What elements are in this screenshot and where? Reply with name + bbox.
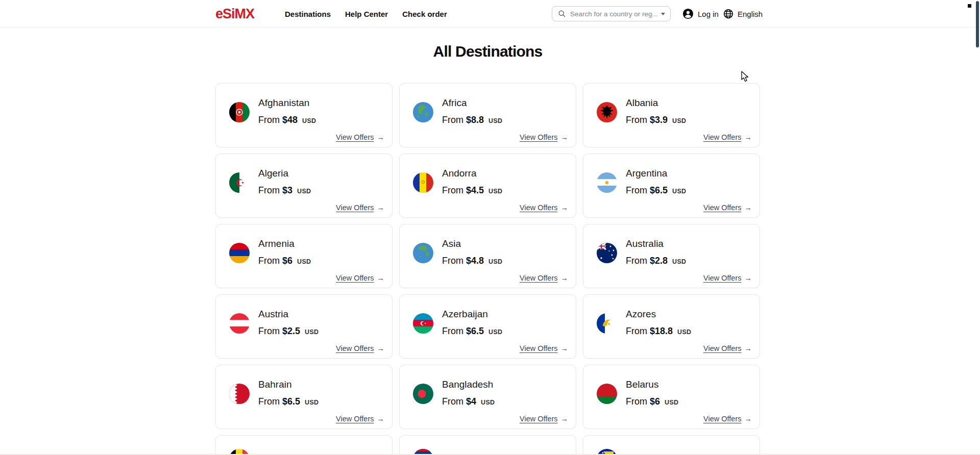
view-offers-label: View Offers <box>520 274 557 282</box>
view-offers-link[interactable]: View Offers → <box>520 204 568 212</box>
price-amount: $6 <box>282 256 292 266</box>
language-selector[interactable]: English <box>723 0 763 28</box>
globe-icon <box>723 9 733 19</box>
price-amount: $6 <box>650 396 660 407</box>
destination-card[interactable]: Belize <box>399 435 576 455</box>
country-price: From $48 USD <box>258 114 316 127</box>
country-flag-icon <box>597 384 617 404</box>
search-icon <box>558 10 566 18</box>
card-text: Asia From $4.8 USD <box>442 238 502 268</box>
nav-check-order[interactable]: Check order <box>402 10 447 18</box>
view-offers-label: View Offers <box>336 274 374 282</box>
mouse-cursor <box>741 71 750 82</box>
view-offers-label: View Offers <box>703 274 741 282</box>
destination-card[interactable]: Afghanistan From $48 USD View Offers → <box>215 83 393 147</box>
view-offers-link[interactable]: View Offers → <box>520 344 568 352</box>
country-name: Asia <box>442 238 502 250</box>
country-search-combobox[interactable] <box>552 6 671 21</box>
country-price: From $6.5 USD <box>626 184 686 197</box>
destination-card[interactable]: Algeria From $3 USD View Offers → <box>215 154 393 218</box>
view-offers-link[interactable]: View Offers → <box>336 415 384 423</box>
search-input[interactable] <box>570 10 658 18</box>
destination-card[interactable]: Argentina From $6.5 USD View Offers → <box>583 154 760 218</box>
arrow-right-icon: → <box>745 133 752 141</box>
price-from-label: From <box>626 396 647 407</box>
destination-card[interactable]: Belgium <box>215 435 393 455</box>
view-offers-link[interactable]: View Offers → <box>703 344 752 352</box>
price-amount: $3.9 <box>650 115 668 125</box>
country-price: From $2.5 USD <box>258 325 318 338</box>
country-flag-icon <box>597 313 617 334</box>
destination-card[interactable]: Azores From $18.8 USD View Offers → <box>583 294 760 359</box>
price-amount: $4 <box>466 396 476 407</box>
scrollbar-thumb[interactable] <box>976 1 979 47</box>
destination-card[interactable]: Austria From $2.5 USD View Offers → <box>215 294 393 359</box>
view-offers-link[interactable]: View Offers → <box>703 274 752 282</box>
country-name: Algeria <box>258 167 311 180</box>
view-offers-link[interactable]: View Offers → <box>336 204 384 212</box>
nav-help-center[interactable]: Help Center <box>345 10 388 18</box>
destination-card[interactable]: Azerbaijan From $6.5 USD View Offers → <box>399 294 576 359</box>
login-button[interactable]: Log in <box>682 0 719 28</box>
card-main: Bangladesh From $4 USD <box>413 378 564 409</box>
card-main: Algeria From $3 USD <box>229 167 380 197</box>
card-main: Argentina From $6.5 USD <box>597 167 747 197</box>
country-flag-icon <box>413 243 433 263</box>
view-offers-link[interactable]: View Offers → <box>703 204 752 212</box>
view-offers-link[interactable]: View Offers → <box>703 133 752 141</box>
card-main: Azerbaijan From $6.5 USD <box>413 308 564 338</box>
destination-card[interactable]: Asia From $4.8 USD View Offers → <box>399 224 576 288</box>
price-from-label: From <box>626 185 647 195</box>
view-offers-link[interactable]: View Offers → <box>703 415 752 423</box>
destination-card[interactable]: Andorra From $4.5 USD View Offers → <box>399 154 576 218</box>
price-amount: $6.5 <box>282 396 300 407</box>
country-name: Azores <box>626 308 691 320</box>
price-currency: USD <box>481 399 495 406</box>
price-from-label: From <box>626 115 647 125</box>
card-text: Bahrain From $6.5 USD <box>258 378 318 409</box>
view-offers-label: View Offers <box>520 133 557 141</box>
destinations-grid: Afghanistan From $48 USD View Offers → A… <box>215 83 760 455</box>
chevron-down-icon[interactable] <box>661 13 665 15</box>
country-price: From $6 USD <box>626 395 678 409</box>
price-currency: USD <box>672 258 686 265</box>
nav-destinations[interactable]: Destinations <box>285 10 331 18</box>
arrow-right-icon: → <box>561 204 569 212</box>
price-currency: USD <box>302 117 316 124</box>
view-offers-link[interactable]: View Offers → <box>336 133 384 141</box>
arrow-right-icon: → <box>561 274 569 282</box>
card-main: Austria From $2.5 USD <box>229 308 380 338</box>
arrow-right-icon: → <box>745 344 752 352</box>
card-main: Africa From $8.8 USD <box>413 97 564 127</box>
country-name: Bangladesh <box>442 378 495 391</box>
country-name: Bahrain <box>258 378 318 391</box>
country-flag-icon <box>229 172 250 193</box>
destination-card[interactable]: Armenia From $6 USD View Offers → <box>215 224 393 288</box>
destination-card[interactable]: Bangladesh From $4 USD View Offers → <box>399 365 576 429</box>
card-main: Afghanistan From $48 USD <box>229 97 380 127</box>
view-offers-link[interactable]: View Offers → <box>520 274 568 282</box>
arrow-right-icon: → <box>745 204 752 212</box>
country-price: From $4.5 USD <box>442 184 502 197</box>
country-flag-icon <box>597 102 617 122</box>
price-from-label: From <box>258 326 280 336</box>
destination-card[interactable]: Albania From $3.9 USD View Offers → <box>583 83 760 147</box>
view-offers-link[interactable]: View Offers → <box>336 344 384 352</box>
view-offers-link[interactable]: View Offers → <box>520 415 568 423</box>
destination-card[interactable]: Australia From $2.8 USD View Offers → <box>583 224 760 288</box>
destination-card[interactable]: Bosnia and Herzegovina <box>583 435 760 455</box>
price-from-label: From <box>442 256 463 266</box>
price-from-label: From <box>626 326 647 336</box>
view-offers-label: View Offers <box>520 344 557 352</box>
destination-card[interactable]: Belarus From $6 USD View Offers → <box>583 365 760 429</box>
view-offers-link[interactable]: View Offers → <box>520 133 568 141</box>
destination-card[interactable]: Africa From $8.8 USD View Offers → <box>399 83 576 147</box>
destination-card[interactable]: Bahrain From $6.5 USD View Offers → <box>215 365 393 429</box>
arrow-right-icon: → <box>745 274 752 282</box>
country-flag-icon <box>413 313 433 334</box>
arrow-right-icon: → <box>377 274 385 282</box>
country-price: From $4 USD <box>442 395 495 409</box>
esimx-logo[interactable]: eSiMX <box>215 6 254 21</box>
view-offers-link[interactable]: View Offers → <box>336 274 384 282</box>
country-name: Andorra <box>442 167 502 180</box>
